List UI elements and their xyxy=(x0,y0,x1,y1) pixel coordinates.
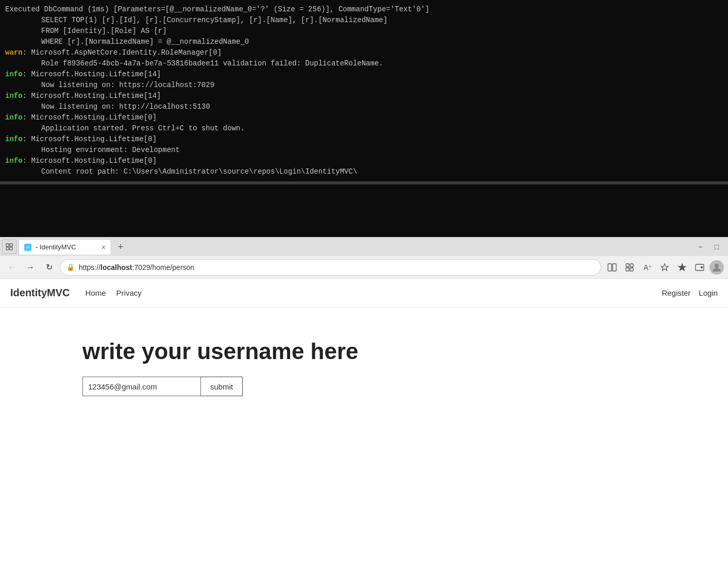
tab-favicon: ≡ xyxy=(24,244,31,251)
nav-home-link[interactable]: Home xyxy=(86,289,106,297)
terminal-line: info: Microsoft.Hosting.Lifetime[0] xyxy=(0,112,728,123)
svg-rect-4 xyxy=(608,264,612,271)
terminal-line: WHERE [r].[NormalizedName] = @__normaliz… xyxy=(0,37,728,47)
address-bar[interactable]: 🔒 https://localhost:7029/home/person xyxy=(60,259,601,276)
forward-button[interactable]: → xyxy=(23,260,38,275)
terminal-line: Executed DbCommand (1ms) [Parameters=[@_… xyxy=(0,4,728,15)
terminal-line: info: Microsoft.Hosting.Lifetime[14] xyxy=(0,91,728,101)
svg-rect-9 xyxy=(630,268,633,271)
url-host: localhost xyxy=(100,263,132,272)
tab-switcher-button[interactable] xyxy=(2,240,16,254)
url-display: https://localhost:7029/home/person xyxy=(79,263,194,272)
terminal-line: info: Microsoft.Hosting.Lifetime[14] xyxy=(0,69,728,80)
split-screen-button[interactable] xyxy=(604,260,620,275)
svg-rect-0 xyxy=(6,244,9,246)
restore-button[interactable]: □ xyxy=(709,240,724,254)
terminal-line: Role f8936ed5-4bcb-4a7a-be7a-53816badee1… xyxy=(0,58,728,69)
username-form: submit xyxy=(82,377,718,396)
nav-privacy-link[interactable]: Privacy xyxy=(116,289,142,297)
address-bar-row: ← → ↻ 🔒 https://localhost:7029/home/pers… xyxy=(0,256,728,279)
site-nav-right: Register Login xyxy=(662,289,718,297)
terminal-line: Content root path: C:\Users\Administrato… xyxy=(0,166,728,177)
terminal-line: info: Microsoft.Hosting.Lifetime[0] xyxy=(0,156,728,166)
add-favorites-button[interactable] xyxy=(657,260,672,275)
tab-bar: ≡ - IdentityMVC × + − □ xyxy=(0,238,728,256)
svg-rect-6 xyxy=(626,264,629,267)
browser-chrome: ≡ - IdentityMVC × + − □ ← → ↻ 🔒 https://… xyxy=(0,237,728,279)
svg-rect-5 xyxy=(613,264,616,271)
terminal-line: warn: Microsoft.AspNetCore.Identity.Role… xyxy=(0,47,728,58)
terminal-line: info: Microsoft.Hosting.Lifetime[0] xyxy=(0,134,728,145)
tab-close-button[interactable]: × xyxy=(101,244,106,251)
terminal-line: Now listening on: https://localhost:7029 xyxy=(0,80,728,91)
terminal-separator xyxy=(0,181,728,184)
back-button[interactable]: ← xyxy=(4,260,20,275)
profile-button[interactable] xyxy=(709,260,724,275)
window-controls: − □ xyxy=(693,240,724,254)
terminal-line: FROM [Identity].[Role] AS [r] xyxy=(0,26,728,37)
minimize-button[interactable]: − xyxy=(693,240,707,254)
lock-icon: 🔒 xyxy=(66,263,75,271)
terminal-line: Hosting environment: Development xyxy=(0,145,728,156)
submit-button[interactable]: submit xyxy=(201,377,243,396)
svg-rect-3 xyxy=(10,247,12,250)
browser-wallet-button[interactable] xyxy=(692,260,707,275)
site-main: write your username here submit xyxy=(0,308,728,417)
url-protocol: https:// xyxy=(79,263,100,272)
favorites-button[interactable] xyxy=(674,260,690,275)
url-port-path: :7029/home/person xyxy=(132,263,195,272)
site-heading: write your username here xyxy=(82,338,718,364)
refresh-button[interactable]: ↻ xyxy=(41,260,57,275)
username-input[interactable] xyxy=(82,377,201,396)
svg-rect-8 xyxy=(626,268,629,271)
svg-point-13 xyxy=(715,264,719,268)
browser-actions: A⁺ xyxy=(604,260,724,275)
terminal-line: Now listening on: http://localhost:5130 xyxy=(0,101,728,112)
svg-rect-12 xyxy=(701,266,703,268)
terminal-line: SELECT TOP(1) [r].[Id], [r].[Concurrency… xyxy=(0,15,728,26)
site-nav-links: Home Privacy xyxy=(86,289,142,297)
svg-rect-2 xyxy=(6,247,9,250)
active-tab[interactable]: ≡ - IdentityMVC × xyxy=(19,239,111,255)
svg-rect-7 xyxy=(630,264,633,267)
svg-text:A⁺: A⁺ xyxy=(644,263,652,272)
site-brand[interactable]: IdentityMVC xyxy=(10,287,70,299)
terminal-line: Application started. Press Ctrl+C to shu… xyxy=(0,123,728,134)
nav-login-link[interactable]: Login xyxy=(699,289,718,297)
svg-rect-1 xyxy=(10,244,12,246)
website-content: IdentityMVC Home Privacy Register Login … xyxy=(0,279,728,576)
tab-title: - IdentityMVC xyxy=(36,243,76,251)
nav-register-link[interactable]: Register xyxy=(662,289,690,297)
site-navbar: IdentityMVC Home Privacy Register Login xyxy=(0,279,728,308)
terminal-panel: Executed DbCommand (1ms) [Parameters=[@_… xyxy=(0,0,728,237)
collections-button[interactable] xyxy=(622,260,637,275)
read-aloud-button[interactable]: A⁺ xyxy=(639,260,655,275)
new-tab-button[interactable]: + xyxy=(113,240,128,254)
